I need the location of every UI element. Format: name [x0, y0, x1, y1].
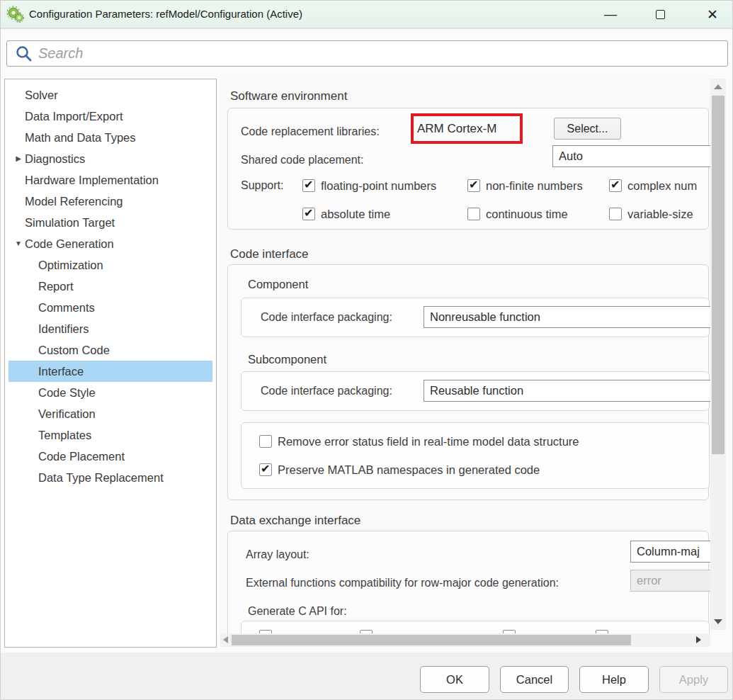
chevron-right-icon[interactable]: ▶ [13, 148, 24, 169]
cancel-button[interactable]: Cancel [500, 666, 569, 693]
software-environment-title: Software environment [230, 89, 347, 103]
help-button[interactable]: Help [579, 666, 649, 693]
category-tree: Solver Data Import/Export Math and Data … [4, 79, 217, 648]
software-environment-group: Code replacement libraries: ARM Cortex-M… [227, 108, 709, 230]
code-replacement-libraries-value[interactable]: ARM Cortex-M [414, 122, 496, 136]
data-exchange-interface-title: Data exchange interface [230, 514, 360, 528]
vertical-scrollbar[interactable] [710, 79, 726, 630]
close-button[interactable]: ✕ [696, 1, 729, 28]
sidebar-item-model-referencing[interactable]: Model Referencing [8, 191, 212, 212]
sidebar-item-data-import-export[interactable]: Data Import/Export [8, 106, 212, 127]
sidebar-item-diagnostics[interactable]: ▶ Diagnostics [8, 148, 212, 169]
ok-button[interactable]: OK [420, 666, 489, 693]
sidebar-item-comments[interactable]: Comments [8, 297, 212, 318]
subcomponent-packaging-label: Code interface packaging: [261, 380, 392, 402]
search-bar [6, 40, 728, 67]
sidebar-item-hardware-implementation[interactable]: Hardware Implementation [8, 169, 212, 191]
configuration-parameters-dialog: Configuration Parameters: refModel/Confi… [0, 0, 733, 700]
component-packaging-dropdown[interactable]: Nonreusable function [424, 306, 710, 328]
scroll-left-icon[interactable] [223, 636, 228, 643]
vertical-scrollbar-thumb[interactable] [712, 96, 725, 454]
interface-settings-panel: Software environment Code replacement li… [220, 75, 710, 633]
subcomponent-subtitle: Subcomponent [248, 353, 326, 366]
sidebar-item-code-placement[interactable]: Code Placement [8, 446, 212, 467]
scroll-down-icon[interactable] [714, 619, 722, 624]
chevron-down-icon[interactable]: ▼ [13, 233, 24, 254]
sidebar-item-templates[interactable]: Templates [8, 424, 212, 446]
code-replacement-libraries-label: Code replacement libraries: [241, 121, 380, 142]
checkbox-box[interactable] [467, 179, 480, 192]
checkbox-floating-point-numbers[interactable]: floating-point numbers [302, 179, 436, 193]
component-subtitle: Component [248, 278, 308, 291]
code-interface-options-group: Remove error status field in real-time m… [241, 422, 710, 489]
sidebar-item-solver[interactable]: Solver [8, 84, 212, 106]
checkbox-box[interactable] [302, 179, 315, 192]
shared-code-placement-dropdown[interactable]: Auto [552, 145, 710, 167]
component-group: Code interface packaging: Nonreusable fu… [241, 298, 710, 337]
checkbox-variable-size-signals[interactable]: variable-size [609, 207, 693, 221]
generate-c-api-group [241, 621, 710, 633]
sidebar-item-code-generation[interactable]: ▼ Code Generation [8, 233, 212, 254]
external-functions-compatibility-field: error [630, 570, 710, 592]
checkbox-box[interactable] [609, 208, 622, 220]
apply-button[interactable]: Apply [659, 666, 728, 693]
maximize-icon [656, 10, 665, 19]
checkbox-box[interactable] [609, 179, 622, 192]
checkbox-complex-numbers[interactable]: complex num [609, 179, 697, 193]
maximize-button[interactable] [644, 1, 676, 28]
window-title: Configuration Parameters: refModel/Confi… [29, 1, 302, 28]
scroll-right-icon[interactable] [696, 636, 701, 643]
subcomponent-group: Code interface packaging: Reusable funct… [241, 371, 710, 411]
red-highlight-annotation: ARM Cortex-M [411, 113, 523, 144]
checkbox-box[interactable] [259, 435, 272, 448]
shared-code-placement-label: Shared code placement: [241, 149, 363, 171]
simulink-config-gears-icon [6, 6, 25, 24]
array-layout-label: Array layout: [246, 544, 309, 565]
array-layout-dropdown[interactable]: Column-maj [630, 541, 710, 563]
external-functions-compatibility-label: External functions compatibility for row… [246, 572, 559, 594]
code-interface-group: Component Code interface packaging: Nonr… [227, 264, 709, 500]
checkbox-box[interactable] [302, 208, 315, 220]
sidebar-item-math-and-data-types[interactable]: Math and Data Types [8, 127, 212, 148]
titlebar: Configuration Parameters: refModel/Confi… [1, 1, 733, 29]
horizontal-scrollbar-thumb[interactable] [232, 635, 631, 645]
sidebar-item-data-type-replacement[interactable]: Data Type Replacement [8, 467, 212, 488]
checkbox-box[interactable] [259, 463, 272, 476]
scroll-up-icon[interactable] [714, 84, 722, 89]
checkbox-box[interactable] [467, 208, 480, 220]
sidebar-item-label: Diagnostics [25, 152, 85, 165]
checkbox-continuous-time[interactable]: continuous time [467, 207, 568, 221]
checkbox-absolute-time[interactable]: absolute time [302, 207, 390, 221]
sidebar-item-interface[interactable]: Interface [8, 361, 212, 382]
sidebar-item-label: Code Generation [25, 237, 114, 250]
dialog-footer: OK Cancel Help Apply [1, 653, 733, 700]
checkbox-non-finite-numbers[interactable]: non-finite numbers [467, 179, 583, 193]
generate-c-api-label: Generate C API for: [248, 601, 347, 622]
checkbox-remove-error-status-field[interactable]: Remove error status field in real-time m… [259, 434, 579, 448]
sidebar-item-verification[interactable]: Verification [8, 403, 212, 424]
select-button[interactable]: Select... [554, 118, 621, 140]
checkbox-preserve-matlab-namespaces[interactable]: Preserve MATLAB namespaces in generated … [259, 463, 540, 477]
search-icon [15, 45, 33, 62]
sidebar-item-identifiers[interactable]: Identifiers [8, 318, 212, 339]
sidebar-item-optimization[interactable]: Optimization [8, 254, 212, 276]
data-exchange-group: Array layout: Column-maj External functi… [227, 531, 709, 633]
subcomponent-packaging-dropdown[interactable]: Reusable function [424, 380, 710, 402]
sidebar-item-report[interactable]: Report [8, 276, 212, 297]
support-label: Support: [241, 175, 283, 196]
sidebar-item-custom-code[interactable]: Custom Code [8, 339, 212, 361]
minimize-button[interactable]: — [594, 1, 627, 28]
search-input[interactable] [6, 40, 728, 67]
component-packaging-label: Code interface packaging: [261, 307, 392, 328]
horizontal-scrollbar[interactable] [220, 633, 710, 647]
sidebar-item-code-style[interactable]: Code Style [8, 382, 212, 403]
sidebar-item-simulation-target[interactable]: Simulation Target [8, 212, 212, 233]
code-interface-title: Code interface [230, 247, 309, 261]
